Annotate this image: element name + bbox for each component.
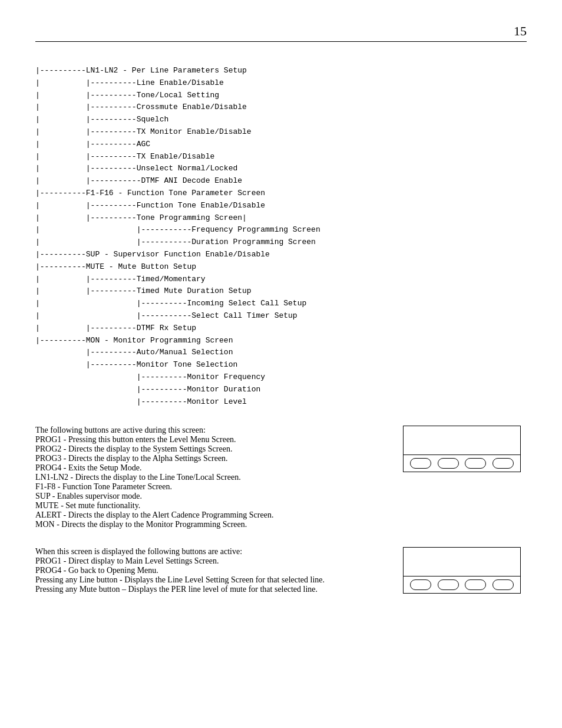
tree-line: | |-----------Duration Programming Scree… <box>35 236 527 249</box>
screen-display-1 <box>404 426 520 454</box>
top-divider <box>35 41 527 42</box>
tree-line: | |----------TX Monitor Enable/Disable <box>35 126 527 139</box>
tree-line: |----------Monitor Duration <box>35 384 527 396</box>
screen-widget-2 <box>403 547 521 594</box>
oval-btn-1b[interactable] <box>438 458 459 469</box>
section1-item: MON - Directs the display to the Monitor… <box>35 520 391 529</box>
tree-line: | |----------Function Tone Enable/Disabl… <box>35 200 527 212</box>
tree-line: |----------Monitor Tone Selection <box>35 359 527 371</box>
tree-line: | |----------DTMF Rx Setup <box>35 322 527 335</box>
tree-line: | |----------Unselect Normal/Locked <box>35 163 527 175</box>
widget2-container <box>403 547 527 594</box>
section2-intro: When this screen is displayed the follow… <box>35 547 391 556</box>
tree-line: | |----------Tone/Local Setting <box>35 90 527 102</box>
tree-line: | |-----------DTMF ANI Decode Enable <box>35 175 527 187</box>
section1-item: SUP - Enables supervisor mode. <box>35 492 391 501</box>
tree-line: | |----------Incoming Select Call Setup <box>35 298 527 310</box>
oval-btn-1c[interactable] <box>465 458 486 469</box>
oval-btn-2d[interactable] <box>492 579 514 590</box>
oval-btn-2c[interactable] <box>465 579 486 590</box>
tree-line: | |----------Squelch <box>35 114 527 126</box>
tree-line: |----------F1-F16 - Function Tone Parame… <box>35 187 527 200</box>
tree-line: | |----------Timed Mute Duration Setup <box>35 285 527 298</box>
section2-item: Pressing any Mute button – Displays the … <box>35 585 391 594</box>
section2-item: PROG4 - Go back to Opening Menu. <box>35 566 391 575</box>
tree-line: | |----------Line Enable/Disable <box>35 77 527 90</box>
section2-text: When this screen is displayed the follow… <box>35 547 403 594</box>
tree-line: | |-----------Select Call Timer Setup <box>35 310 527 322</box>
oval-btn-1d[interactable] <box>492 458 514 469</box>
tree-line: |----------LN1-LN2 - Per Line Parameters… <box>35 65 527 77</box>
section1-item: PROG2 - Directs the display to the Syste… <box>35 444 391 454</box>
screen-buttons-2 <box>404 576 520 593</box>
oval-btn-2a[interactable] <box>410 579 431 590</box>
page-number: 15 <box>514 24 527 39</box>
section1-text: The following buttons are active during … <box>35 426 403 529</box>
widget1-container <box>403 426 527 472</box>
tree-line: | |----------AGC <box>35 139 527 151</box>
tree-line: |----------MUTE - Mute Button Setup <box>35 261 527 274</box>
section2-item: Pressing any Line button - Displays the … <box>35 575 391 585</box>
tree-line: |----------SUP - Supervisor Function Ena… <box>35 249 527 261</box>
section1-item: PROG3 - Directs the display to the Alpha… <box>35 454 391 463</box>
tree-line: | |----------Crossmute Enable/Disable <box>35 101 527 114</box>
tree-section: |----------LN1-LN2 - Per Line Parameters… <box>35 65 527 408</box>
screen-buttons-1 <box>404 454 520 472</box>
tree-line: |----------Auto/Manual Selection <box>35 347 527 359</box>
section1-intro: The following buttons are active during … <box>35 426 391 435</box>
section1-item: PROG4 - Exits the Setup Mode. <box>35 463 391 473</box>
oval-btn-2b[interactable] <box>438 579 459 590</box>
section1-item: LN1-LN2 - Directs the display to the Lin… <box>35 473 391 482</box>
screen-display-2 <box>404 548 520 576</box>
tree-line: |----------Monitor Level <box>35 396 527 409</box>
tree-line: |----------MON - Monitor Programming Scr… <box>35 335 527 347</box>
section1-item: PROG1 - Pressing this button enters the … <box>35 435 391 444</box>
section1-item: F1-F8 - Function Tone Parameter Screen. <box>35 482 391 492</box>
oval-btn-1a[interactable] <box>410 458 431 469</box>
tree-line: | |----------Timed/Momentary <box>35 274 527 286</box>
tree-line: | |----------TX Enable/Disable <box>35 151 527 163</box>
tree-line: | |-----------Frequency Programming Scre… <box>35 224 527 236</box>
tree-line: |----------Monitor Frequency <box>35 371 527 384</box>
section1-item: ALERT - Directs the display to the Alert… <box>35 510 391 520</box>
screen-widget-1 <box>403 426 521 472</box>
tree-line: | |----------Tone Programming Screen| <box>35 212 527 225</box>
section1-item: MUTE - Set mute functionality. <box>35 501 391 510</box>
section2-item: PROG1 - Direct display to Main Level Set… <box>35 556 391 566</box>
